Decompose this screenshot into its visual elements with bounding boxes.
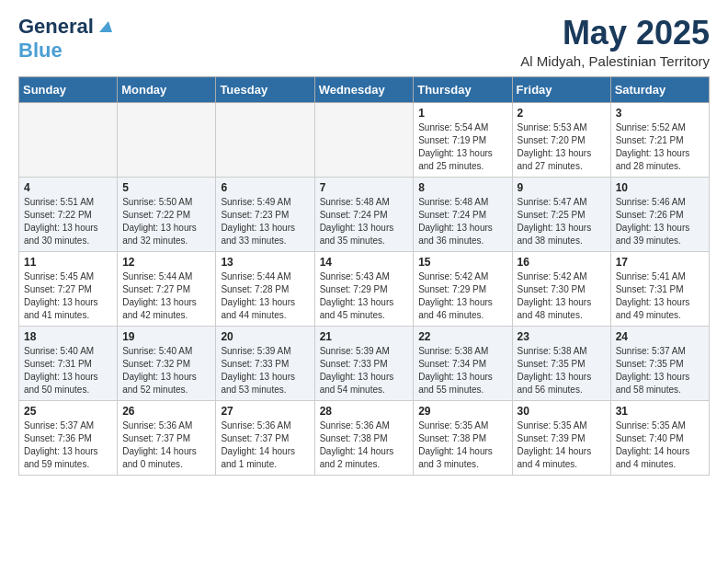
calendar-week-3: 11Sunrise: 5:45 AM Sunset: 7:27 PM Dayli… bbox=[19, 251, 710, 326]
weekday-header-friday: Friday bbox=[512, 76, 610, 102]
day-number: 13 bbox=[221, 256, 309, 269]
day-info: Sunrise: 5:36 AM Sunset: 7:37 PM Dayligh… bbox=[122, 420, 197, 469]
day-info: Sunrise: 5:54 AM Sunset: 7:19 PM Dayligh… bbox=[418, 122, 493, 171]
day-number: 5 bbox=[122, 181, 210, 194]
day-number: 26 bbox=[122, 405, 210, 418]
calendar-cell: 2Sunrise: 5:53 AM Sunset: 7:20 PM Daylig… bbox=[512, 102, 610, 177]
day-number: 2 bbox=[518, 107, 606, 120]
day-info: Sunrise: 5:40 AM Sunset: 7:32 PM Dayligh… bbox=[122, 346, 197, 395]
day-number: 9 bbox=[518, 181, 606, 194]
calendar-cell: 24Sunrise: 5:37 AM Sunset: 7:35 PM Dayli… bbox=[610, 326, 709, 400]
calendar-cell: 25Sunrise: 5:37 AM Sunset: 7:36 PM Dayli… bbox=[19, 400, 118, 475]
calendar-cell: 16Sunrise: 5:42 AM Sunset: 7:30 PM Dayli… bbox=[512, 251, 610, 326]
day-number: 27 bbox=[221, 405, 309, 418]
logo-general: General bbox=[18, 15, 94, 39]
day-number: 6 bbox=[221, 181, 309, 194]
calendar-week-4: 18Sunrise: 5:40 AM Sunset: 7:31 PM Dayli… bbox=[19, 326, 710, 400]
calendar-cell: 22Sunrise: 5:38 AM Sunset: 7:34 PM Dayli… bbox=[414, 326, 512, 400]
day-info: Sunrise: 5:36 AM Sunset: 7:37 PM Dayligh… bbox=[221, 420, 295, 469]
day-number: 29 bbox=[418, 405, 506, 418]
logo: General Blue bbox=[18, 15, 112, 63]
location-subtitle: Al Midyah, Palestinian Territory bbox=[520, 53, 710, 69]
calendar-cell: 30Sunrise: 5:35 AM Sunset: 7:39 PM Dayli… bbox=[512, 400, 610, 475]
day-number: 11 bbox=[24, 256, 112, 269]
calendar-cell: 4Sunrise: 5:51 AM Sunset: 7:22 PM Daylig… bbox=[19, 177, 118, 251]
calendar-week-1: 1Sunrise: 5:54 AM Sunset: 7:19 PM Daylig… bbox=[19, 102, 710, 177]
calendar-cell: 1Sunrise: 5:54 AM Sunset: 7:19 PM Daylig… bbox=[414, 102, 512, 177]
weekday-header-wednesday: Wednesday bbox=[314, 76, 414, 102]
day-info: Sunrise: 5:53 AM Sunset: 7:20 PM Dayligh… bbox=[518, 122, 592, 171]
day-info: Sunrise: 5:35 AM Sunset: 7:38 PM Dayligh… bbox=[418, 420, 493, 469]
calendar-cell: 15Sunrise: 5:42 AM Sunset: 7:29 PM Dayli… bbox=[414, 251, 512, 326]
day-number: 28 bbox=[320, 405, 409, 418]
day-info: Sunrise: 5:35 AM Sunset: 7:39 PM Dayligh… bbox=[518, 420, 592, 469]
day-number: 14 bbox=[320, 256, 409, 269]
day-info: Sunrise: 5:48 AM Sunset: 7:24 PM Dayligh… bbox=[418, 197, 493, 246]
weekday-header-sunday: Sunday bbox=[19, 76, 118, 102]
calendar-cell: 18Sunrise: 5:40 AM Sunset: 7:31 PM Dayli… bbox=[19, 326, 118, 400]
day-info: Sunrise: 5:40 AM Sunset: 7:31 PM Dayligh… bbox=[24, 346, 98, 395]
calendar-cell: 20Sunrise: 5:39 AM Sunset: 7:33 PM Dayli… bbox=[216, 326, 314, 400]
calendar-cell: 23Sunrise: 5:38 AM Sunset: 7:35 PM Dayli… bbox=[512, 326, 610, 400]
calendar-cell: 26Sunrise: 5:36 AM Sunset: 7:37 PM Dayli… bbox=[118, 400, 216, 475]
calendar-cell: 9Sunrise: 5:47 AM Sunset: 7:25 PM Daylig… bbox=[512, 177, 610, 251]
calendar-cell: 19Sunrise: 5:40 AM Sunset: 7:32 PM Dayli… bbox=[118, 326, 216, 400]
day-number: 22 bbox=[418, 330, 506, 343]
day-info: Sunrise: 5:41 AM Sunset: 7:31 PM Dayligh… bbox=[616, 271, 690, 320]
calendar-cell: 6Sunrise: 5:49 AM Sunset: 7:23 PM Daylig… bbox=[216, 177, 314, 251]
day-number: 8 bbox=[418, 181, 506, 194]
calendar-cell bbox=[216, 102, 314, 177]
day-number: 31 bbox=[616, 405, 704, 418]
calendar-cell: 21Sunrise: 5:39 AM Sunset: 7:33 PM Dayli… bbox=[314, 326, 414, 400]
day-info: Sunrise: 5:42 AM Sunset: 7:30 PM Dayligh… bbox=[518, 271, 592, 320]
day-info: Sunrise: 5:38 AM Sunset: 7:34 PM Dayligh… bbox=[418, 346, 493, 395]
calendar-cell: 7Sunrise: 5:48 AM Sunset: 7:24 PM Daylig… bbox=[314, 177, 414, 251]
day-info: Sunrise: 5:49 AM Sunset: 7:23 PM Dayligh… bbox=[221, 197, 295, 246]
calendar-cell: 13Sunrise: 5:44 AM Sunset: 7:28 PM Dayli… bbox=[216, 251, 314, 326]
calendar-cell: 29Sunrise: 5:35 AM Sunset: 7:38 PM Dayli… bbox=[414, 400, 512, 475]
day-info: Sunrise: 5:43 AM Sunset: 7:29 PM Dayligh… bbox=[320, 271, 394, 320]
day-number: 3 bbox=[616, 107, 704, 120]
day-info: Sunrise: 5:51 AM Sunset: 7:22 PM Dayligh… bbox=[24, 197, 98, 246]
weekday-header-saturday: Saturday bbox=[610, 76, 709, 102]
day-info: Sunrise: 5:50 AM Sunset: 7:22 PM Dayligh… bbox=[122, 197, 197, 246]
day-number: 10 bbox=[616, 181, 704, 194]
day-number: 1 bbox=[418, 107, 506, 120]
calendar-cell: 28Sunrise: 5:36 AM Sunset: 7:38 PM Dayli… bbox=[314, 400, 414, 475]
weekday-header-thursday: Thursday bbox=[414, 76, 512, 102]
day-number: 16 bbox=[518, 256, 606, 269]
calendar-cell: 17Sunrise: 5:41 AM Sunset: 7:31 PM Dayli… bbox=[610, 251, 709, 326]
day-number: 23 bbox=[518, 330, 606, 343]
logo-blue: Blue bbox=[18, 39, 63, 62]
day-info: Sunrise: 5:35 AM Sunset: 7:40 PM Dayligh… bbox=[616, 420, 690, 469]
day-number: 17 bbox=[616, 256, 704, 269]
day-info: Sunrise: 5:38 AM Sunset: 7:35 PM Dayligh… bbox=[518, 346, 592, 395]
day-number: 30 bbox=[518, 405, 606, 418]
day-info: Sunrise: 5:44 AM Sunset: 7:28 PM Dayligh… bbox=[221, 271, 295, 320]
day-number: 18 bbox=[24, 330, 112, 343]
day-info: Sunrise: 5:44 AM Sunset: 7:27 PM Dayligh… bbox=[122, 271, 197, 320]
day-info: Sunrise: 5:37 AM Sunset: 7:36 PM Dayligh… bbox=[24, 420, 98, 469]
day-info: Sunrise: 5:39 AM Sunset: 7:33 PM Dayligh… bbox=[221, 346, 295, 395]
day-info: Sunrise: 5:42 AM Sunset: 7:29 PM Dayligh… bbox=[418, 271, 493, 320]
calendar-cell: 14Sunrise: 5:43 AM Sunset: 7:29 PM Dayli… bbox=[314, 251, 414, 326]
weekday-header-monday: Monday bbox=[118, 76, 216, 102]
day-info: Sunrise: 5:48 AM Sunset: 7:24 PM Dayligh… bbox=[320, 197, 394, 246]
calendar-cell: 31Sunrise: 5:35 AM Sunset: 7:40 PM Dayli… bbox=[610, 400, 709, 475]
calendar-cell bbox=[118, 102, 216, 177]
month-title: May 2025 bbox=[520, 15, 710, 52]
calendar-cell: 5Sunrise: 5:50 AM Sunset: 7:22 PM Daylig… bbox=[118, 177, 216, 251]
svg-marker-0 bbox=[99, 21, 112, 32]
day-info: Sunrise: 5:52 AM Sunset: 7:21 PM Dayligh… bbox=[616, 122, 690, 171]
day-number: 21 bbox=[320, 330, 409, 343]
calendar-cell: 10Sunrise: 5:46 AM Sunset: 7:26 PM Dayli… bbox=[610, 177, 709, 251]
calendar-table: SundayMondayTuesdayWednesdayThursdayFrid… bbox=[18, 76, 710, 476]
day-info: Sunrise: 5:39 AM Sunset: 7:33 PM Dayligh… bbox=[320, 346, 394, 395]
day-info: Sunrise: 5:36 AM Sunset: 7:38 PM Dayligh… bbox=[320, 420, 394, 469]
title-block: May 2025 Al Midyah, Palestinian Territor… bbox=[520, 15, 710, 69]
day-number: 4 bbox=[24, 181, 112, 194]
logo-icon bbox=[96, 17, 112, 34]
calendar-cell: 3Sunrise: 5:52 AM Sunset: 7:21 PM Daylig… bbox=[610, 102, 709, 177]
day-info: Sunrise: 5:47 AM Sunset: 7:25 PM Dayligh… bbox=[518, 197, 592, 246]
day-number: 12 bbox=[122, 256, 210, 269]
